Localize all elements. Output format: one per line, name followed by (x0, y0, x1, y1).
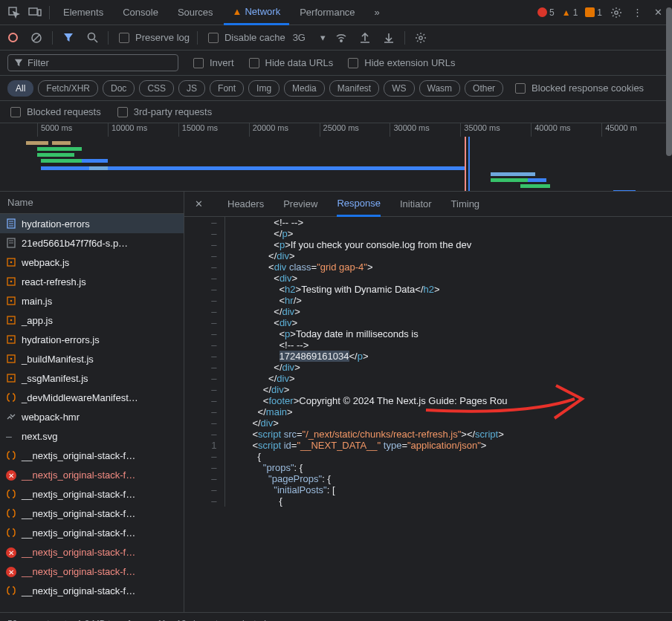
close-detail-icon[interactable]: ✕ (195, 198, 208, 209)
blocked-cookies-checkbox[interactable]: Blocked response cookies (512, 81, 644, 96)
gear-icon[interactable] (607, 3, 626, 22)
tab-console[interactable]: Console (114, 0, 167, 25)
tab-elements[interactable]: Elements (54, 0, 112, 25)
response-code[interactable]: – <!-- --> – </p> – <p>If you check your… (184, 217, 672, 612)
wifi-icon[interactable] (333, 30, 349, 46)
request-name: __nextjs_original-stack-f… (22, 508, 135, 519)
request-name: next.svg (22, 431, 57, 442)
request-row[interactable]: 21ed5661b47f7f6d-s.p… (0, 233, 184, 253)
request-row[interactable]: webpack-hmr (0, 407, 184, 426)
hide-data-checkbox[interactable]: Hide data URLs (246, 56, 334, 71)
timeline[interactable]: 5000 ms10000 ms15000 ms20000 ms25000 ms3… (0, 123, 672, 192)
tab-sources[interactable]: Sources (169, 0, 222, 25)
inspect-icon[interactable] (4, 3, 24, 22)
tab-headers[interactable]: Headers (227, 192, 264, 215)
request-name: react-refresh.js (22, 276, 86, 287)
invert-checkbox[interactable]: Invert (190, 56, 234, 71)
tab-preview[interactable]: Preview (283, 192, 317, 215)
gear-icon[interactable] (413, 30, 429, 46)
tab-performance[interactable]: Performance (291, 0, 364, 25)
detail-pane: ✕ Headers Preview Response Initiator Tim… (184, 192, 672, 612)
network-toolbar: Preserve log Disable cache 3G ▾ (0, 25, 672, 51)
request-row[interactable]: __nextjs_original-stack-f… (0, 484, 184, 504)
device-icon[interactable] (25, 3, 45, 22)
blocked-req-checkbox[interactable]: Blocked requests (7, 105, 101, 120)
request-name: __nextjs_original-stack-f… (22, 585, 135, 596)
chip-manifest[interactable]: Manifest (329, 80, 379, 97)
chip-all[interactable]: All (7, 80, 33, 97)
request-row[interactable]: __nextjs_original-stack-f… (0, 523, 184, 542)
warning-icon: ▲ (233, 6, 242, 17)
name-column-header[interactable]: Name (0, 192, 184, 214)
clear-button[interactable] (28, 30, 45, 46)
request-row[interactable]: main.js (0, 291, 184, 310)
throttle-select[interactable]: 3G (293, 32, 306, 43)
svg-rect-2 (38, 10, 41, 16)
search-icon[interactable] (84, 30, 100, 46)
file-icon (6, 392, 17, 403)
request-name: 21ed5661b47f7f6d-s.p… (22, 238, 128, 249)
record-button[interactable] (4, 30, 21, 46)
chip-media[interactable]: Media (284, 80, 325, 97)
tab-response[interactable]: Response (337, 192, 381, 217)
request-row[interactable]: __nextjs_original-stack-f… (0, 581, 184, 600)
request-row[interactable]: ✕__nextjs_original-stack-f… (0, 542, 184, 562)
chip-font[interactable]: Font (210, 80, 244, 97)
request-row[interactable]: hydration-errors.js (0, 330, 184, 349)
preserve-log-checkbox[interactable]: Preserve log (116, 30, 190, 45)
kebab-icon[interactable]: ⋮ (627, 3, 647, 22)
chip-js[interactable]: JS (178, 80, 205, 97)
detail-tabs: ✕ Headers Preview Response Initiator Tim… (184, 192, 672, 217)
request-row[interactable]: ✕__nextjs_original-stack-f… (0, 465, 184, 484)
filter-input[interactable]: Filter (7, 54, 178, 71)
request-row[interactable]: _buildManifest.js (0, 349, 184, 368)
request-row[interactable]: __nextjs_original-stack-f… (0, 504, 184, 523)
chevron-down-icon[interactable]: ▾ (320, 32, 326, 43)
third-party-checkbox[interactable]: 3rd-party requests (114, 105, 213, 120)
status-bar: 59 requests | 1.3 MB transferr { } 13 ch… (0, 612, 672, 621)
request-row[interactable]: _app.js (0, 310, 184, 330)
chip-fetch[interactable]: Fetch/XHR (38, 80, 98, 97)
chip-img[interactable]: Img (248, 80, 280, 97)
file-icon (6, 238, 17, 249)
chip-other[interactable]: Other (465, 80, 503, 97)
warn-badge[interactable]: ▲1 (559, 7, 581, 18)
request-name: __nextjs_original-stack-f… (22, 469, 135, 481)
request-row[interactable]: _devMiddlewareManifest… (0, 388, 184, 407)
hide-ext-checkbox[interactable]: Hide extension URLs (345, 56, 455, 71)
chip-wasm[interactable]: Wasm (419, 80, 461, 97)
request-sidebar: Name hydration-errors21ed5661b47f7f6d-s.… (0, 192, 184, 612)
filter-icon[interactable] (60, 30, 77, 46)
file-icon (6, 585, 17, 596)
msg-badge[interactable]: 1 (582, 7, 605, 18)
download-icon[interactable] (381, 30, 397, 46)
request-row[interactable]: _ssgManifest.js (0, 368, 184, 388)
file-icon: ✕ (6, 547, 17, 558)
request-row[interactable]: —next.svg (0, 426, 184, 446)
file-icon (6, 315, 17, 326)
chip-ws[interactable]: WS (384, 80, 414, 97)
request-row[interactable]: ✕__nextjs_original-stack-f… (0, 562, 184, 581)
request-row[interactable]: webpack.js (0, 253, 184, 272)
tab-initiator[interactable]: Initiator (400, 192, 432, 215)
request-row[interactable]: hydration-errors (0, 214, 184, 233)
chip-css[interactable]: CSS (139, 80, 174, 97)
tab-overflow[interactable]: » (366, 0, 389, 25)
file-icon (6, 412, 17, 423)
upload-icon[interactable] (357, 30, 373, 46)
scrollbar-thumb[interactable] (666, 7, 672, 156)
funnel-icon (14, 59, 23, 68)
close-icon[interactable]: ✕ (648, 3, 668, 22)
svg-point-3 (615, 10, 618, 13)
tab-network[interactable]: ▲Network (224, 0, 290, 25)
svg-point-7 (419, 36, 422, 39)
error-badge[interactable]: 5 (534, 7, 558, 18)
chip-doc[interactable]: Doc (103, 80, 135, 97)
file-icon (6, 508, 17, 519)
request-name: webpack-hmr (22, 412, 80, 423)
request-row[interactable]: react-refresh.js (0, 272, 184, 291)
tab-timing[interactable]: Timing (451, 192, 480, 215)
request-row[interactable]: __nextjs_original-stack-f… (0, 446, 184, 465)
disable-cache-checkbox[interactable]: Disable cache (205, 30, 285, 45)
file-icon (6, 257, 17, 268)
